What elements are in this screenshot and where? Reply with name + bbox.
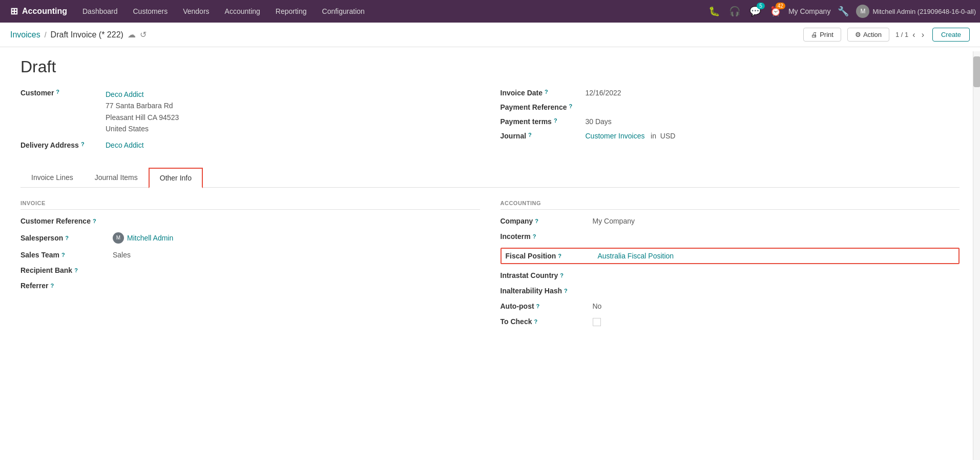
customer-name: Deco Addict [106, 89, 480, 100]
journal-value[interactable]: Customer Invoices in USD [586, 132, 960, 140]
prev-page-button[interactable]: ‹ [910, 29, 917, 41]
auto-post-label: Auto-post ? [501, 302, 593, 310]
incoterm-help-icon[interactable]: ? [533, 233, 536, 239]
breadcrumb-icons: ☁ ↺ [128, 30, 147, 39]
breadcrumb-left: Invoices / Draft Invoice (* 222) ☁ ↺ [10, 30, 147, 39]
breadcrumb-invoices[interactable]: Invoices [10, 30, 40, 39]
payment-terms-label: Payment terms ? [501, 117, 577, 126]
page-info: 1 / 1 [895, 31, 908, 38]
incoterm-row: Incoterm ? [501, 232, 960, 241]
scrollbar[interactable] [973, 51, 980, 456]
cloud-icon[interactable]: ☁ [128, 30, 136, 39]
fiscal-position-highlight: Fiscal Position ? Australia Fiscal Posit… [501, 248, 960, 264]
customer-reference-row: Customer Reference ? [20, 217, 480, 225]
app-brand[interactable]: ⊞ Accounting [4, 6, 73, 17]
payment-reference-help-icon[interactable]: ? [569, 103, 572, 109]
action-gear-icon: ⚙ [855, 31, 861, 38]
fiscal-position-row: Fiscal Position ? Australia Fiscal Posit… [506, 252, 955, 260]
payment-terms-field-row: Payment terms ? 30 Days [501, 117, 960, 126]
action-button[interactable]: ⚙Action [847, 28, 889, 42]
nav-configuration[interactable]: Configuration [315, 4, 372, 18]
auto-post-help-icon[interactable]: ? [536, 303, 540, 309]
reset-icon[interactable]: ↺ [140, 30, 147, 39]
tab-journal-items[interactable]: Journal Items [84, 168, 149, 188]
invoice-status: Draft [20, 57, 960, 76]
recipient-bank-row: Recipient Bank ? [20, 266, 480, 274]
grid-icon[interactable]: ⊞ [10, 6, 18, 17]
sales-team-help-icon[interactable]: ? [61, 252, 65, 258]
other-info-section-grid: INVOICE Customer Reference ? Salesperson… [20, 200, 960, 344]
sales-team-row: Sales Team ? Sales [20, 251, 480, 259]
referrer-label: Referrer ? [20, 282, 113, 290]
tab-invoice-lines[interactable]: Invoice Lines [20, 168, 84, 188]
company-name: My Company [788, 7, 830, 15]
company-row: Company ? My Company [501, 217, 960, 225]
salesperson-value[interactable]: M Mitchell Admin [113, 232, 480, 244]
payment-terms-value[interactable]: 30 Days [586, 117, 960, 126]
company-label: Company ? [501, 217, 593, 225]
payment-terms-help-icon[interactable]: ? [554, 117, 557, 124]
print-button[interactable]: 🖨Print [803, 28, 841, 42]
wrench-icon[interactable]: 🔧 [836, 4, 851, 19]
app-name: Accounting [22, 7, 67, 16]
customer-help-icon[interactable]: ? [56, 89, 59, 95]
breadcrumb-separator: / [45, 31, 47, 39]
recipient-bank-help-icon[interactable]: ? [74, 267, 78, 273]
invoice-section: INVOICE Customer Reference ? Salesperson… [20, 200, 480, 333]
customer-reference-help-icon[interactable]: ? [93, 218, 96, 224]
delivery-address-label: Delivery Address ? [20, 141, 97, 149]
payment-reference-field-row: Payment Reference ? [501, 103, 960, 111]
invoice-date-help-icon[interactable]: ? [545, 89, 548, 95]
auto-post-value[interactable]: No [593, 302, 960, 310]
chat-icon[interactable]: 💬 5 [747, 4, 763, 19]
to-check-checkbox[interactable] [593, 318, 601, 326]
journal-help-icon[interactable]: ? [528, 132, 532, 138]
nav-customers[interactable]: Customers [126, 4, 175, 18]
breadcrumb-current: Draft Invoice (* 222) [51, 30, 123, 39]
to-check-label: To Check ? [501, 317, 593, 326]
fiscal-position-label: Fiscal Position ? [506, 252, 598, 260]
nav-links: Dashboard Customers Vendors Accounting R… [75, 4, 704, 18]
nav-accounting[interactable]: Accounting [218, 4, 267, 18]
bug-icon[interactable]: 🐛 [706, 4, 722, 19]
referrer-help-icon[interactable]: ? [50, 283, 54, 289]
clock-icon[interactable]: ⏰ 42 [768, 4, 783, 19]
company-help-icon[interactable]: ? [535, 218, 538, 224]
inalterability-hash-help-icon[interactable]: ? [564, 288, 568, 294]
customer-value[interactable]: Deco Addict 77 Santa Barbara Rd Pleasant… [106, 89, 480, 135]
salesperson-help-icon[interactable]: ? [65, 235, 69, 241]
customer-country: United States [106, 123, 480, 134]
top-navigation: ⊞ Accounting Dashboard Customers Vendors… [0, 0, 980, 23]
avatar: M [856, 5, 869, 18]
customer-reference-label: Customer Reference ? [20, 217, 113, 225]
to-check-value[interactable] [593, 317, 960, 326]
invoice-date-value[interactable]: 12/16/2022 [586, 89, 960, 97]
sales-team-value[interactable]: Sales [113, 251, 480, 259]
to-check-help-icon[interactable]: ? [534, 318, 537, 325]
fiscal-position-value[interactable]: Australia Fiscal Position [598, 252, 955, 260]
create-button[interactable]: Create [932, 28, 970, 42]
accounting-section-title: ACCOUNTING [501, 200, 960, 210]
print-icon: 🖨 [811, 31, 818, 38]
tabs-container: Invoice Lines Journal Items Other Info [20, 168, 960, 188]
customer-address1: 77 Santa Barbara Rd [106, 100, 480, 111]
intrastat-country-row: Intrastat Country ? [501, 271, 960, 279]
nav-dashboard[interactable]: Dashboard [75, 4, 125, 18]
scroll-thumb[interactable] [973, 56, 980, 87]
nav-vendors[interactable]: Vendors [176, 4, 216, 18]
headset-icon[interactable]: 🎧 [727, 4, 742, 19]
delivery-address-value[interactable]: Deco Addict [106, 141, 480, 149]
fiscal-position-help-icon[interactable]: ? [558, 253, 561, 259]
nav-reporting[interactable]: Reporting [268, 4, 314, 18]
sales-team-label: Sales Team ? [20, 251, 113, 259]
inalterability-hash-row: Inalterability Hash ? [501, 287, 960, 295]
intrastat-country-help-icon[interactable]: ? [560, 272, 564, 278]
tab-other-info[interactable]: Other Info [149, 168, 203, 188]
user-info[interactable]: M Mitchell Admin (21909648-16-0-all) [856, 5, 976, 18]
incoterm-label: Incoterm ? [501, 232, 593, 241]
salesperson-avatar: M [113, 232, 124, 244]
company-value[interactable]: My Company [593, 217, 960, 225]
next-page-button[interactable]: › [920, 29, 926, 41]
salesperson-row: Salesperson ? M Mitchell Admin [20, 232, 480, 244]
delivery-address-help-icon[interactable]: ? [81, 141, 85, 147]
